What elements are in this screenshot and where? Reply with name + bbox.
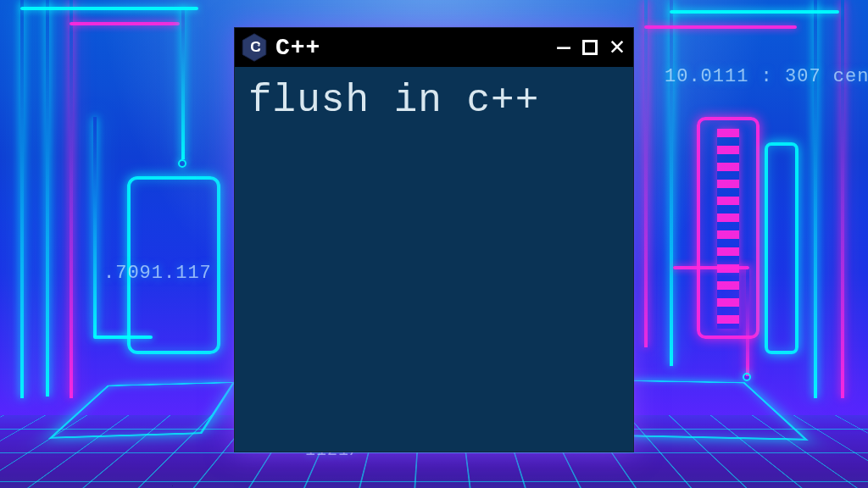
console-content: flush in c++ xyxy=(235,67,633,135)
titlebar[interactable]: C + + C++ — ✕ xyxy=(235,28,633,67)
stage: .7091.117 10.0111 : 307 cenver! 1121/ C … xyxy=(0,0,868,488)
circuit-node-icon xyxy=(178,159,186,168)
bg-label: 10.0111 : 307 cenver! xyxy=(665,66,868,87)
cpp-logo-icon: C + + xyxy=(242,33,267,62)
neon-line xyxy=(181,7,185,159)
svg-text:+: + xyxy=(258,47,261,53)
window-controls: — ✕ xyxy=(557,35,625,60)
neon-line xyxy=(70,22,180,25)
window-title: C++ xyxy=(275,35,320,61)
bg-label: .7091.117 xyxy=(103,263,212,284)
svg-text:+: + xyxy=(258,42,261,47)
maximize-button[interactable] xyxy=(582,40,598,55)
neon-line xyxy=(644,25,797,29)
neon-line xyxy=(670,10,839,14)
console-line: flush in c++ xyxy=(248,79,539,123)
minimize-button[interactable]: — xyxy=(557,36,570,58)
neon-line xyxy=(20,7,198,10)
close-button[interactable]: ✕ xyxy=(609,35,625,60)
console-window: C + + C++ — ✕ flush in c++ xyxy=(234,27,634,452)
